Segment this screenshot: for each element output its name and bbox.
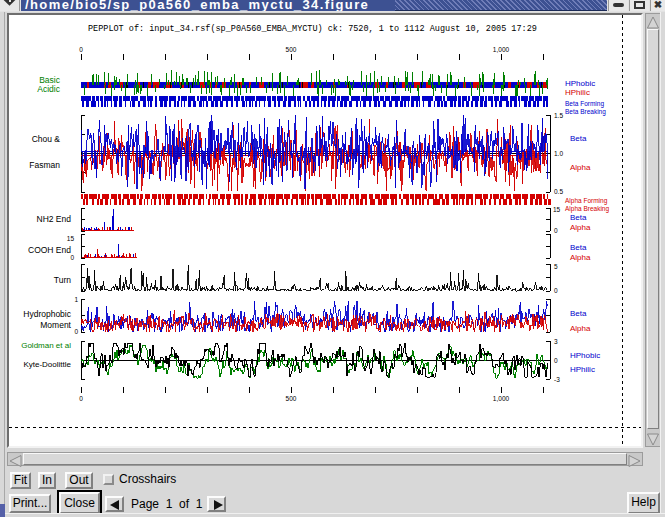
svg-text:Alpha: Alpha	[570, 163, 591, 172]
svg-text:0: 0	[79, 46, 83, 53]
svg-text:1,000: 1,000	[493, 46, 510, 53]
svg-text:HPhilic: HPhilic	[570, 365, 595, 374]
svg-text:PEPPLOT of: input_34.rsf(sp_P0: PEPPLOT of: input_34.rsf(sp_P0A560_EMBA_…	[88, 24, 537, 34]
svg-text:Alpha: Alpha	[570, 253, 591, 262]
svg-text:0: 0	[79, 395, 83, 402]
svg-text:Beta Forming: Beta Forming	[565, 100, 604, 108]
svg-text:1.5: 1.5	[554, 112, 563, 119]
svg-text:0: 0	[74, 328, 78, 335]
svg-text:0: 0	[70, 254, 74, 261]
svg-text:COOH End: COOH End	[28, 245, 71, 255]
svg-text:0: 0	[554, 227, 558, 234]
svg-text:Acidic: Acidic	[37, 84, 60, 94]
svg-text:Beta: Beta	[570, 243, 587, 252]
svg-text:Chou &: Chou &	[32, 134, 61, 144]
svg-text:500: 500	[286, 395, 297, 402]
svg-text:Alpha Breaking: Alpha Breaking	[565, 205, 609, 213]
svg-text:Alpha: Alpha	[570, 223, 591, 232]
svg-text:500: 500	[286, 46, 297, 53]
svg-text:Kyte-Doolittle: Kyte-Doolittle	[23, 360, 71, 369]
svg-text:1,000: 1,000	[493, 395, 510, 402]
svg-text:NH2 End: NH2 End	[37, 214, 72, 224]
svg-text:HPhilic: HPhilic	[565, 88, 590, 97]
svg-text:5: 5	[554, 263, 558, 270]
svg-text:1.0: 1.0	[554, 150, 563, 157]
svg-text:HPhobic: HPhobic	[570, 351, 600, 360]
svg-text:Hydrophobic: Hydrophobic	[23, 309, 71, 319]
svg-text:0: 0	[554, 357, 558, 364]
svg-text:3: 3	[554, 338, 558, 345]
svg-text:Turn: Turn	[54, 275, 71, 285]
svg-text:Beta: Beta	[570, 309, 587, 318]
svg-text:Beta: Beta	[570, 213, 587, 222]
svg-text:0: 0	[554, 287, 558, 294]
svg-text:Moment: Moment	[40, 320, 71, 330]
svg-text:0.5: 0.5	[554, 188, 563, 195]
svg-text:Beta Breaking: Beta Breaking	[565, 108, 606, 116]
svg-text:Alpha: Alpha	[570, 324, 591, 333]
svg-text:Beta: Beta	[570, 134, 587, 143]
svg-text:15: 15	[67, 235, 75, 242]
svg-text:Fasman: Fasman	[29, 160, 60, 170]
svg-text:-3: -3	[554, 376, 560, 383]
svg-text:1: 1	[74, 296, 78, 303]
svg-text:Alpha Forming: Alpha Forming	[565, 197, 608, 205]
svg-text:Goldman et al: Goldman et al	[21, 341, 71, 350]
svg-text:HPhobic: HPhobic	[565, 79, 595, 88]
svg-text:15: 15	[553, 206, 561, 213]
